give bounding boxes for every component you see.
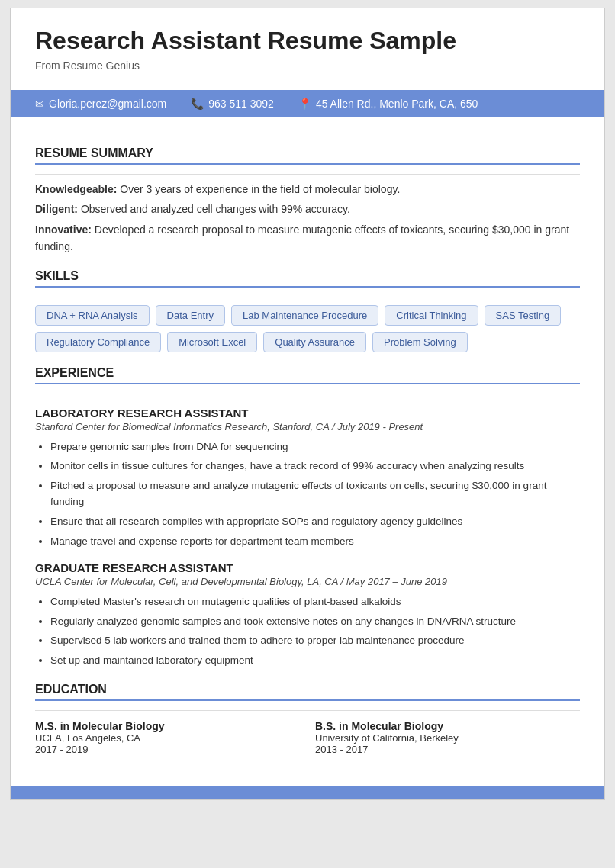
skills-container: DNA + RNA Analysis Data Entry Lab Mainte… <box>35 305 580 352</box>
subtitle: From Resume Genius <box>35 59 580 72</box>
summary-block: Knowledgeable: Over 3 years of experienc… <box>35 181 580 256</box>
summary-label-3: Innovative: <box>35 223 92 236</box>
summary-text-1: Over 3 years of experience in the field … <box>120 183 400 195</box>
edu-years-1: 2017 - 2019 <box>35 744 300 755</box>
experience-divider <box>35 394 580 394</box>
edu-school-2: University of California, Berkeley <box>315 732 580 744</box>
phone-text: 963 511 3092 <box>208 98 274 110</box>
edu-block-1: M.S. in Molecular Biology UCLA, Los Ange… <box>35 720 300 755</box>
job-title-1: LABORATORY RESEARCH ASSISTANT <box>35 407 580 420</box>
summary-label-2: Diligent: <box>35 203 78 215</box>
job-subtitle-1: Stanford Center for Biomedical Informati… <box>35 421 580 432</box>
bullet-item: Monitor cells in tissue cultures for cha… <box>50 458 580 474</box>
experience-section-title: EXPERIENCE <box>35 366 580 384</box>
location-icon: 📍 <box>298 98 311 110</box>
skill-badge: Data Entry <box>156 305 225 326</box>
email-text: Gloria.perez@gmail.com <box>49 98 166 110</box>
address-text: 45 Allen Rd., Menlo Park, CA, 650 <box>316 98 478 110</box>
summary-label-1: Knowledgeable: <box>35 183 117 195</box>
skill-badge: Regulatory Compliance <box>35 332 161 352</box>
bullet-item: Ensure that all research complies with a… <box>50 513 580 530</box>
contact-address: 📍 45 Allen Rd., Menlo Park, CA, 650 <box>298 98 478 110</box>
summary-line-3: Innovative: Developed a research proposa… <box>35 221 580 256</box>
job-bullets-2: Completed Master's research on mutagenic… <box>35 593 580 668</box>
edu-years-2: 2013 - 2017 <box>315 744 580 755</box>
job-bullets-1: Prepare genomic samples from DNA for seq… <box>35 439 580 550</box>
contact-bar: ✉ Gloria.perez@gmail.com 📞 963 511 3092 … <box>11 90 604 117</box>
job-title-2: GRADUATE RESEARCH ASSISTANT <box>35 561 580 574</box>
bullet-item: Prepare genomic samples from DNA for seq… <box>50 439 580 455</box>
edu-block-2: B.S. in Molecular Biology University of … <box>315 720 580 755</box>
summary-text-3: Developed a research proposal to measure… <box>35 223 569 252</box>
edu-school-1: UCLA, Los Angeles, CA <box>35 732 300 744</box>
summary-divider <box>35 174 580 175</box>
contact-email: ✉ Gloria.perez@gmail.com <box>35 98 166 110</box>
skill-badge: SAS Testing <box>485 305 562 326</box>
summary-line-2: Diligent: Observed and analyzed cell cha… <box>35 201 580 217</box>
page-title: Research Assistant Resume Sample <box>35 27 580 55</box>
skill-badge: Critical Thinking <box>385 305 478 326</box>
skill-badge: DNA + RNA Analysis <box>35 305 150 326</box>
resume-page: Research Assistant Resume Sample From Re… <box>10 8 605 800</box>
phone-icon: 📞 <box>191 98 204 110</box>
skill-badge: Microsoft Excel <box>167 332 257 352</box>
footer-bar <box>11 786 604 799</box>
contact-phone: 📞 963 511 3092 <box>191 98 274 110</box>
bullet-item: Manage travel and expense reports for de… <box>50 533 580 550</box>
job-subtitle-2: UCLA Center for Molecular, Cell, and Dev… <box>35 576 580 587</box>
summary-line-1: Knowledgeable: Over 3 years of experienc… <box>35 181 580 198</box>
skill-badge: Lab Maintenance Procedure <box>231 305 378 326</box>
education-divider <box>35 710 580 711</box>
content-area: RESUME SUMMARY Knowledgeable: Over 3 yea… <box>11 117 604 770</box>
header-section: Research Assistant Resume Sample From Re… <box>11 8 604 90</box>
bullet-item: Completed Master's research on mutagenic… <box>50 593 580 610</box>
bullet-item: Set up and maintained laboratory equipme… <box>50 652 580 669</box>
education-grid: M.S. in Molecular Biology UCLA, Los Ange… <box>35 720 580 755</box>
bullet-item: Supervised 5 lab workers and trained the… <box>50 632 580 649</box>
skills-section-title: SKILLS <box>35 269 580 288</box>
bullet-item: Regularly analyzed genomic samples and t… <box>50 613 580 630</box>
email-icon: ✉ <box>35 98 44 110</box>
summary-text-2: Observed and analyzed cell changes with … <box>81 203 350 215</box>
skills-divider <box>35 297 580 297</box>
edu-degree-1: M.S. in Molecular Biology <box>35 720 300 732</box>
bullet-item: Pitched a proposal to measure and analyz… <box>50 477 580 510</box>
skill-badge: Problem Solving <box>372 332 468 352</box>
skill-badge: Quality Assurance <box>263 332 366 352</box>
edu-degree-2: B.S. in Molecular Biology <box>315 720 580 732</box>
education-section-title: EDUCATION <box>35 683 580 701</box>
summary-section-title: RESUME SUMMARY <box>35 146 580 165</box>
